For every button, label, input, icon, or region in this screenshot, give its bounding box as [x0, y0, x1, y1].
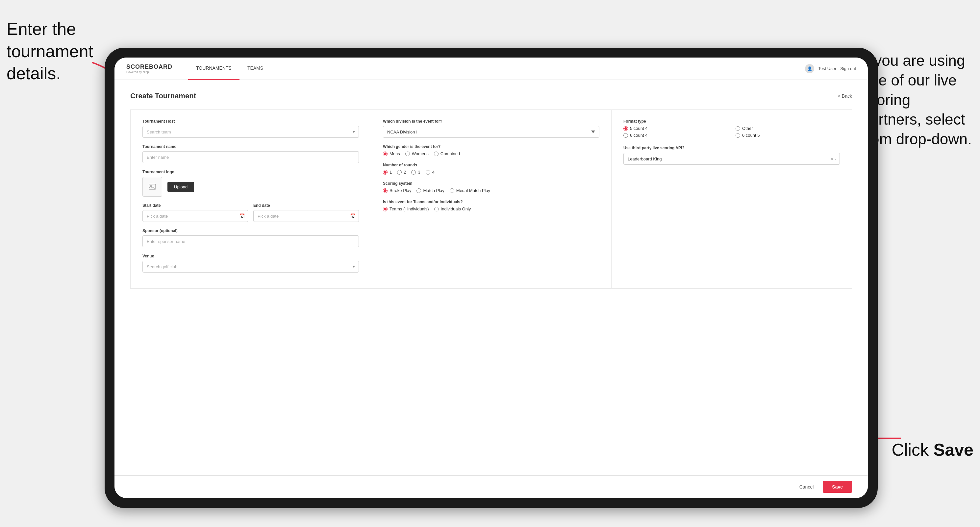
form-col-1: Tournament Host ▼ Tournament name Tourna…	[130, 110, 371, 289]
teams-option-radio[interactable]	[383, 207, 388, 211]
scoring-stroke-radio[interactable]	[383, 188, 388, 193]
annotation-topleft: Enter the tournament details.	[6, 18, 99, 85]
rounds-2-label: 2	[404, 170, 406, 175]
gender-group: Which gender is the event for? Mens Wome…	[383, 144, 600, 156]
brand-sub: Powered by clippi	[126, 70, 172, 74]
tournament-logo-group: Tournament logo Upload	[142, 170, 359, 197]
rounds-1[interactable]: 1	[383, 170, 392, 175]
end-date-group: End date 📅	[253, 203, 359, 222]
rounds-3-label: 3	[418, 170, 420, 175]
form-col-3: Format type 5 count 4 Other	[611, 110, 852, 289]
rounds-2[interactable]: 2	[397, 170, 406, 175]
save-button[interactable]: Save	[823, 481, 852, 493]
nav-link-tournaments[interactable]: TOURNAMENTS	[188, 57, 240, 80]
division-select[interactable]: NCAA Division I NCAA Division II NCAA Di…	[383, 126, 600, 138]
tablet-frame: SCOREBOARD Powered by clippi TOURNAMENTS…	[105, 48, 878, 508]
api-clear-button[interactable]: × ÷	[830, 157, 837, 162]
annotation-topright: If you are using one of our live scoring…	[862, 51, 974, 149]
signout-link[interactable]: Sign out	[840, 66, 856, 71]
gender-mens-radio[interactable]	[383, 152, 388, 156]
scoring-match[interactable]: Match Play	[417, 188, 444, 193]
start-date-label: Start date	[142, 203, 248, 208]
end-date-wrapper: 📅	[253, 210, 359, 222]
format-other[interactable]: Other	[736, 126, 840, 131]
rounds-1-label: 1	[390, 170, 392, 175]
gender-mens[interactable]: Mens	[383, 151, 400, 156]
tournament-name-group: Tournament name	[142, 144, 359, 163]
format-5count4-radio[interactable]	[624, 126, 628, 131]
format-6count5-label: 6 count 5	[742, 133, 760, 138]
venue-input[interactable]	[142, 261, 359, 273]
scoring-medal-radio[interactable]	[450, 188, 454, 193]
gender-womens-radio[interactable]	[405, 152, 410, 156]
upload-button[interactable]: Upload	[167, 182, 194, 192]
top-nav: SCOREBOARD Powered by clippi TOURNAMENTS…	[115, 57, 868, 80]
format-type-grid: 5 count 4 Other 6 count 4	[624, 126, 840, 138]
api-label: Use third-party live scoring API?	[624, 146, 840, 150]
search-team-input[interactable]	[142, 126, 359, 138]
scoring-stroke-label: Stroke Play	[390, 188, 411, 193]
end-date-label: End date	[253, 203, 359, 208]
user-name: Test User	[818, 66, 836, 71]
scoring-radio-group: Stroke Play Match Play Medal Match Play	[383, 188, 600, 193]
user-avatar: 👤	[805, 64, 814, 73]
page-header: Create Tournament < Back	[130, 92, 852, 100]
venue-label: Venue	[142, 254, 359, 259]
tournament-name-input[interactable]	[142, 151, 359, 163]
scoring-match-radio[interactable]	[417, 188, 421, 193]
form-grid: Tournament Host ▼ Tournament name Tourna…	[130, 110, 852, 289]
format-5count4[interactable]: 5 count 4	[624, 126, 728, 131]
scoring-medal[interactable]: Medal Match Play	[450, 188, 490, 193]
teams-option[interactable]: Teams (+Individuals)	[383, 206, 429, 211]
scoring-group: Scoring system Stroke Play Match Play	[383, 181, 600, 193]
rounds-4[interactable]: 4	[426, 170, 434, 175]
cancel-button[interactable]: Cancel	[794, 482, 819, 492]
start-date-input[interactable]	[142, 210, 248, 222]
start-date-group: Start date 📅	[142, 203, 248, 222]
form-col-2: Which division is the event for? NCAA Di…	[371, 110, 611, 289]
format-5count4-label: 5 count 4	[630, 126, 648, 131]
rounds-3-radio[interactable]	[411, 170, 416, 175]
api-selected-value: Leaderboard King	[628, 157, 662, 162]
format-6count5[interactable]: 6 count 5	[736, 133, 840, 138]
nav-link-teams[interactable]: TEAMS	[240, 57, 271, 80]
teams-group: Is this event for Teams and/or Individua…	[383, 200, 600, 211]
gender-label: Which gender is the event for?	[383, 144, 600, 149]
back-link[interactable]: < Back	[838, 94, 852, 98]
api-select-box[interactable]: Leaderboard King	[624, 153, 840, 165]
format-6count4-radio[interactable]	[624, 133, 628, 138]
rounds-3[interactable]: 3	[411, 170, 420, 175]
end-date-input[interactable]	[253, 210, 359, 222]
rounds-1-radio[interactable]	[383, 170, 388, 175]
teams-radio-group: Teams (+Individuals) Individuals Only	[383, 206, 600, 211]
individuals-option-radio[interactable]	[434, 207, 439, 211]
gender-combined-radio[interactable]	[434, 152, 439, 156]
rounds-2-radio[interactable]	[397, 170, 402, 175]
brand-name: SCOREBOARD	[126, 63, 172, 70]
sponsor-group: Sponsor (optional)	[142, 229, 359, 247]
form-footer: Cancel Save	[115, 475, 868, 498]
logo-placeholder	[142, 177, 162, 197]
scoring-stroke[interactable]: Stroke Play	[383, 188, 411, 193]
format-other-radio[interactable]	[736, 126, 740, 131]
format-other-label: Other	[742, 126, 753, 131]
gender-womens-label: Womens	[412, 151, 429, 156]
api-group: Use third-party live scoring API? Leader…	[624, 146, 840, 165]
format-6count4[interactable]: 6 count 4	[624, 133, 728, 138]
individuals-option-label: Individuals Only	[441, 206, 471, 211]
tournament-name-label: Tournament name	[142, 144, 359, 149]
individuals-option[interactable]: Individuals Only	[434, 206, 471, 211]
teams-option-label: Teams (+Individuals)	[390, 206, 429, 211]
scoring-medal-label: Medal Match Play	[456, 188, 490, 193]
gender-womens[interactable]: Womens	[405, 151, 429, 156]
scoring-label: Scoring system	[383, 181, 600, 186]
rounds-label: Number of rounds	[383, 163, 600, 167]
rounds-4-radio[interactable]	[426, 170, 430, 175]
division-label: Which division is the event for?	[383, 119, 600, 124]
gender-combined[interactable]: Combined	[434, 151, 460, 156]
main-content: Create Tournament < Back Tournament Host…	[115, 80, 868, 475]
tournament-logo-label: Tournament logo	[142, 170, 359, 174]
rounds-4-label: 4	[432, 170, 434, 175]
sponsor-input[interactable]	[142, 235, 359, 247]
format-6count5-radio[interactable]	[736, 133, 740, 138]
